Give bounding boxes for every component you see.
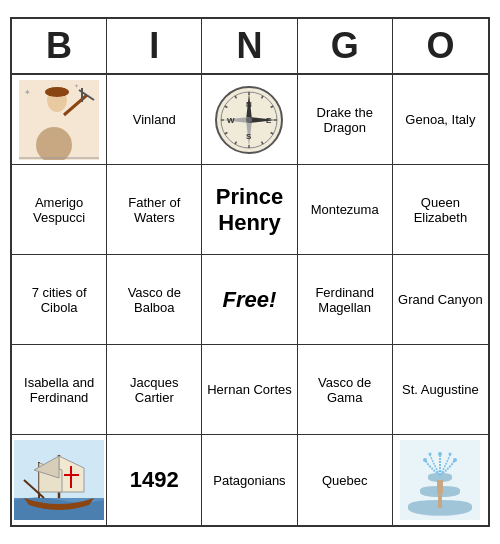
cell-text-r1c1: Father of Waters bbox=[111, 195, 197, 225]
header-o: O bbox=[393, 19, 488, 73]
bingo-cell-r4c4[interactable] bbox=[393, 435, 488, 525]
svg-text:E: E bbox=[266, 116, 272, 125]
bingo-cell-r0c4[interactable]: Genoa, Italy bbox=[393, 75, 488, 165]
bingo-cell-r1c4[interactable]: Queen Elizabeth bbox=[393, 165, 488, 255]
header-n: N bbox=[202, 19, 297, 73]
cell-text-r0c3: Drake the Dragon bbox=[302, 105, 388, 135]
cell-text-r3c3: Vasco de Gama bbox=[302, 375, 388, 405]
astronomer-icon: ✦ ✦ bbox=[19, 80, 99, 160]
cell-text-r3c0: Isabella and Ferdinand bbox=[16, 375, 102, 405]
header-i: I bbox=[107, 19, 202, 73]
cell-text-r4c3: Quebec bbox=[322, 473, 368, 488]
cell-text-r2c3: Ferdinand Magellan bbox=[302, 285, 388, 315]
svg-point-49 bbox=[438, 452, 442, 456]
svg-point-29 bbox=[246, 117, 252, 123]
bingo-cell-r0c1[interactable]: Vinland bbox=[107, 75, 202, 165]
bingo-cell-r1c1[interactable]: Father of Waters bbox=[107, 165, 202, 255]
svg-point-48 bbox=[453, 458, 457, 462]
cell-text-r3c4: St. Augustine bbox=[402, 382, 479, 397]
bingo-cell-r2c3[interactable]: Ferdinand Magellan bbox=[298, 255, 393, 345]
bingo-cell-r3c1[interactable]: Jacques Cartier bbox=[107, 345, 202, 435]
cell-text-r2c0: 7 cities of Cibola bbox=[16, 285, 102, 315]
svg-point-50 bbox=[429, 453, 432, 456]
cell-text-r3c2: Hernan Cortes bbox=[207, 382, 292, 397]
svg-point-51 bbox=[449, 453, 452, 456]
svg-point-47 bbox=[423, 458, 427, 462]
bingo-grid: ✦ ✦ Vinland N S bbox=[12, 75, 488, 525]
bingo-cell-r3c0[interactable]: Isabella and Ferdinand bbox=[12, 345, 107, 435]
cell-text-r0c1: Vinland bbox=[133, 112, 176, 127]
bingo-cell-r2c0[interactable]: 7 cities of Cibola bbox=[12, 255, 107, 345]
svg-rect-46 bbox=[438, 494, 442, 508]
bingo-cell-r0c2[interactable]: N S E W bbox=[202, 75, 297, 165]
svg-text:W: W bbox=[227, 116, 235, 125]
bingo-cell-r1c2[interactable]: Prince Henry bbox=[202, 165, 297, 255]
bingo-cell-r2c1[interactable]: Vasco de Balboa bbox=[107, 255, 202, 345]
cell-text-r2c1: Vasco de Balboa bbox=[111, 285, 197, 315]
cell-text-r0c4: Genoa, Italy bbox=[405, 112, 475, 127]
bingo-cell-r2c4[interactable]: Grand Canyon bbox=[393, 255, 488, 345]
bingo-cell-r1c3[interactable]: Montezuma bbox=[298, 165, 393, 255]
bingo-cell-r3c2[interactable]: Hernan Cortes bbox=[202, 345, 297, 435]
cell-text-r1c0: Amerigo Vespucci bbox=[16, 195, 102, 225]
svg-text:✦: ✦ bbox=[24, 88, 31, 97]
bingo-cell-r0c3[interactable]: Drake the Dragon bbox=[298, 75, 393, 165]
cell-text-r1c3: Montezuma bbox=[311, 202, 379, 217]
bingo-cell-r3c4[interactable]: St. Augustine bbox=[393, 345, 488, 435]
svg-rect-45 bbox=[437, 480, 443, 494]
bingo-cell-r4c1[interactable]: 1492 bbox=[107, 435, 202, 525]
svg-text:N: N bbox=[246, 100, 252, 109]
bingo-cell-r0c0[interactable]: ✦ ✦ bbox=[12, 75, 107, 165]
cell-text-r1c4: Queen Elizabeth bbox=[397, 195, 484, 225]
bingo-cell-r4c3[interactable]: Quebec bbox=[298, 435, 393, 525]
cell-text-r2c4: Grand Canyon bbox=[398, 292, 483, 307]
bingo-cell-r2c2[interactable]: Free! bbox=[202, 255, 297, 345]
bingo-header: B I N G O bbox=[12, 19, 488, 75]
compass-icon: N S E W bbox=[214, 85, 284, 155]
svg-text:S: S bbox=[246, 132, 252, 141]
bingo-card: B I N G O bbox=[10, 17, 490, 527]
header-g: G bbox=[298, 19, 393, 73]
fountain-icon bbox=[400, 440, 480, 520]
cell-text-r4c2: Patagonians bbox=[213, 473, 285, 488]
cell-text-r3c1: Jacques Cartier bbox=[111, 375, 197, 405]
bingo-cell-r4c2[interactable]: Patagonians bbox=[202, 435, 297, 525]
bingo-cell-r4c0[interactable] bbox=[12, 435, 107, 525]
cell-text-r4c1: 1492 bbox=[130, 467, 179, 493]
svg-rect-4 bbox=[49, 88, 65, 96]
cell-text-r1c2: Prince Henry bbox=[206, 184, 292, 236]
svg-text:✦: ✦ bbox=[74, 83, 79, 89]
free-cell-text: Free! bbox=[223, 287, 277, 313]
bingo-cell-r3c3[interactable]: Vasco de Gama bbox=[298, 345, 393, 435]
ship-icon bbox=[14, 440, 104, 520]
header-b: B bbox=[12, 19, 107, 73]
bingo-cell-r1c0[interactable]: Amerigo Vespucci bbox=[12, 165, 107, 255]
